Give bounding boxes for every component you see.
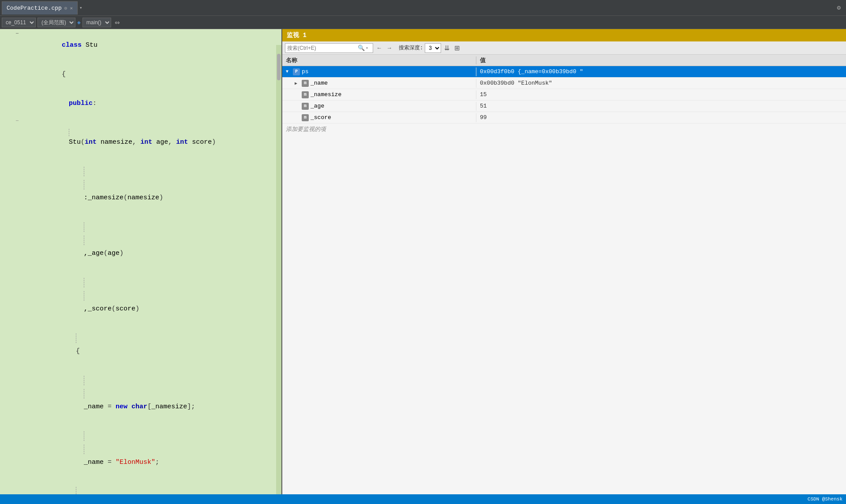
fold-btn-empty bbox=[14, 60, 20, 66]
watch-col-name-header: 名称 bbox=[282, 56, 476, 64]
code-scrollbar[interactable] bbox=[276, 45, 281, 494]
watch-name-cell-score: m _score bbox=[282, 113, 476, 122]
code-line: ─ Stu(int namesize, int age, int score) bbox=[0, 118, 281, 157]
line-content: ,_score(score) bbox=[20, 268, 281, 324]
code-line: _name = new char[_namesize]; bbox=[0, 366, 281, 422]
search-dropdown-icon[interactable]: ▾ bbox=[366, 45, 368, 51]
status-label: CSDN @Shensk bbox=[808, 497, 842, 502]
watch-table: 名称 值 ▼ P ps 0x00d3f0b0 {_name=0x00b39bd0… bbox=[282, 55, 846, 494]
expand-arrow-ps[interactable]: ▼ bbox=[286, 69, 291, 74]
watch-nav-forward-btn[interactable]: → bbox=[385, 45, 393, 51]
fold-btn-empty bbox=[14, 422, 20, 428]
main-area: ─ class Stu { public: bbox=[0, 29, 846, 494]
scope-select[interactable]: ce_0511 bbox=[2, 18, 36, 27]
tab-close-btn[interactable]: ✕ bbox=[70, 5, 73, 11]
watch-val-cell-age: 51 bbox=[476, 102, 846, 110]
code-line: _name = "ElonMusk"; bbox=[0, 422, 281, 477]
watch-row-namesize[interactable]: m _namesize 15 bbox=[282, 89, 846, 101]
watch-val-cell-ps: 0x00d3f0b0 {_name=0x00b39bd0 " bbox=[476, 67, 846, 76]
tab-bar: CodePractice.cpp ⊙ ✕ ▾ ⚙ bbox=[0, 0, 846, 16]
var-name-age: _age bbox=[311, 103, 324, 109]
var-name-name: _name bbox=[311, 80, 328, 86]
var-name-score: _score bbox=[311, 114, 331, 121]
line-content: :_namesize(namesize) bbox=[20, 157, 281, 213]
watch-search-box[interactable]: 🔍 ▾ bbox=[285, 43, 373, 53]
fold-btn-empty bbox=[14, 268, 20, 274]
code-line: :_namesize(namesize) bbox=[0, 157, 281, 213]
watch-val-cell-score: 99 bbox=[476, 113, 846, 122]
code-line: public: bbox=[0, 89, 281, 118]
watch-name-cell-name: ▶ m _name bbox=[282, 79, 476, 88]
watch-col-value-header: 值 bbox=[476, 56, 846, 64]
watch-table-header: 名称 值 bbox=[282, 55, 846, 66]
file-tab[interactable]: CodePractice.cpp ⊙ ✕ bbox=[2, 1, 78, 15]
range-select[interactable]: (全局范围) bbox=[37, 18, 75, 27]
fold-btn-empty bbox=[14, 324, 20, 330]
code-panel: ─ class Stu { public: bbox=[0, 29, 282, 494]
editor-toolbar: ce_0511 (全局范围) ◈ main() ⇔ bbox=[0, 16, 846, 29]
watch-row-age[interactable]: m _age 51 bbox=[282, 101, 846, 112]
code-editor[interactable]: ─ class Stu { public: bbox=[0, 29, 281, 494]
watch-table-btn[interactable]: ⊞ bbox=[453, 44, 461, 52]
line-content: _name = "ElonMusk"; bbox=[20, 422, 281, 477]
fold-btn[interactable]: ─ bbox=[14, 118, 20, 124]
watch-filter-btn[interactable]: ⇊ bbox=[443, 44, 451, 52]
watch-val-cell-name: 0x00b39bd0 "ElonMusk" bbox=[476, 79, 846, 87]
var-icon-age: m bbox=[302, 103, 309, 110]
line-content: } bbox=[20, 477, 281, 494]
code-line: ,_age(age) bbox=[0, 213, 281, 268]
search-icon: 🔍 bbox=[358, 45, 365, 52]
watch-row-ps[interactable]: ▼ P ps 0x00d3f0b0 {_name=0x00b39bd0 " bbox=[282, 66, 846, 78]
var-icon-namesize: m bbox=[302, 91, 309, 98]
line-content: Stu(int namesize, int age, int score) bbox=[20, 118, 281, 157]
watch-title: 监视 1 bbox=[287, 31, 307, 39]
watch-depth-select[interactable]: 3 bbox=[425, 43, 441, 53]
line-content: class Stu bbox=[20, 31, 281, 60]
expand-arrow-name[interactable]: ▶ bbox=[295, 81, 300, 86]
fold-btn[interactable]: ─ bbox=[14, 31, 20, 37]
function-select[interactable]: main() bbox=[82, 18, 111, 27]
watch-row-name[interactable]: ▶ m _name 0x00b39bd0 "ElonMusk" bbox=[282, 78, 846, 89]
settings-btn[interactable]: ⚙ bbox=[834, 4, 844, 11]
tab-save-indicator: ⊙ bbox=[64, 5, 67, 11]
code-line: ─ class Stu bbox=[0, 31, 281, 60]
watch-val-cell-namesize: 15 bbox=[476, 90, 846, 99]
watch-search-input[interactable] bbox=[287, 45, 358, 51]
watch-nav-back-btn[interactable]: ← bbox=[375, 45, 383, 51]
watch-name-cell-namesize: m _namesize bbox=[282, 90, 476, 99]
code-line: { bbox=[0, 60, 281, 89]
watch-toolbar: 🔍 ▾ ← → 搜索深度: 3 ⇊ ⊞ bbox=[282, 41, 846, 55]
fold-btn-empty bbox=[14, 366, 20, 372]
line-content: { bbox=[20, 60, 281, 89]
var-icon-name: m bbox=[302, 80, 309, 87]
status-bar: CSDN @Shensk bbox=[0, 494, 846, 504]
line-content: ,_age(age) bbox=[20, 213, 281, 268]
fold-btn-empty bbox=[14, 477, 20, 483]
watch-add-item[interactable]: 添加要监视的项 bbox=[282, 123, 846, 135]
line-content: public: bbox=[20, 89, 281, 118]
fold-btn-empty bbox=[14, 157, 20, 163]
fold-btn-empty bbox=[14, 89, 20, 95]
fold-btn-empty bbox=[14, 213, 20, 219]
tab-dropdown-btn[interactable]: ▾ bbox=[78, 5, 84, 11]
watch-name-cell-ps: ▼ P ps bbox=[282, 67, 476, 76]
var-icon-ps: P bbox=[293, 68, 300, 75]
watch-depth-label: 搜索深度: bbox=[399, 44, 423, 52]
var-name-ps: ps bbox=[302, 68, 309, 75]
line-content: { bbox=[20, 324, 281, 366]
var-name-namesize: _namesize bbox=[311, 91, 341, 98]
watch-title-bar: 监视 1 bbox=[282, 29, 846, 41]
function-icon: ◈ bbox=[77, 19, 81, 26]
code-line: { bbox=[0, 324, 281, 366]
var-icon-score: m bbox=[302, 114, 309, 121]
code-line: ,_score(score) bbox=[0, 268, 281, 324]
scrollbar-thumb[interactable] bbox=[277, 54, 281, 80]
watch-row-score[interactable]: m _score 99 bbox=[282, 112, 846, 123]
line-content: _name = new char[_namesize]; bbox=[20, 366, 281, 422]
watch-panel: 监视 1 🔍 ▾ ← → 搜索深度: 3 ⇊ ⊞ 名称 值 bbox=[282, 29, 846, 494]
watch-name-cell-age: m _age bbox=[282, 102, 476, 111]
tab-filename: CodePractice.cpp bbox=[7, 5, 62, 11]
code-line: } bbox=[0, 477, 281, 494]
nav-btn[interactable]: ⇔ bbox=[113, 19, 122, 26]
